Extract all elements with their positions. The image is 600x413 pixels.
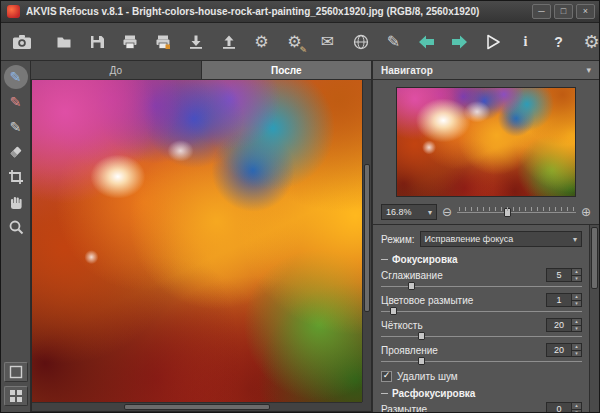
undo-button[interactable] — [413, 28, 440, 56]
settings-scrollbar[interactable] — [589, 225, 599, 412]
preferences-button[interactable]: ⚙ — [578, 28, 600, 56]
undo-arrow-icon — [418, 34, 435, 50]
pencil-overlay-icon: ✎ — [299, 46, 307, 55]
zoom-in-button[interactable]: ⊕ — [581, 206, 591, 218]
mode-label: Режим: — [381, 234, 415, 245]
navigator-collapse-icon[interactable]: ▾ — [586, 65, 591, 75]
tab-before[interactable]: До — [31, 61, 202, 79]
image-canvas — [31, 80, 372, 412]
run-button[interactable] — [479, 28, 506, 56]
printer-poster-icon — [155, 34, 171, 50]
navigator-header[interactable]: Навигатор ▾ — [373, 61, 599, 80]
param-label: Сглаживание — [381, 270, 546, 281]
param-slider[interactable] — [381, 357, 582, 366]
zoom-value-dropdown[interactable]: 16.8% ▾ — [381, 204, 437, 220]
batch-processing-button[interactable]: ⚙ — [248, 28, 275, 56]
spin-down-icon[interactable]: ▾ — [572, 410, 581, 413]
canvas-horizontal-scrollbar[interactable] — [32, 402, 362, 411]
param-slider[interactable] — [381, 282, 582, 291]
section-collapse-icon — [381, 259, 388, 260]
magnifier-icon — [8, 219, 24, 235]
defocus-brush-icon: ✎ — [10, 95, 22, 109]
settings-panel: Режим: Исправление фокуса ▾ Фокусировка … — [373, 224, 599, 412]
open-folder-icon — [56, 34, 72, 50]
spin-down-icon[interactable]: ▾ — [572, 301, 581, 307]
tool-zoom[interactable] — [4, 215, 28, 239]
param-spinbox[interactable]: 0 ▴▾ — [546, 402, 582, 412]
param-spinbox[interactable]: 20 ▴▾ — [546, 318, 582, 332]
print-poster-button[interactable] — [149, 28, 176, 56]
param-label: Размытие — [381, 404, 546, 413]
annotate-pencil-button[interactable]: ✎ — [380, 28, 407, 56]
help-button[interactable]: ? — [545, 28, 572, 56]
spin-down-icon[interactable]: ▾ — [572, 276, 581, 282]
tool-erase-brush[interactable]: ✎ — [4, 115, 28, 139]
param-slider[interactable] — [381, 332, 582, 341]
grid-icon — [8, 388, 24, 404]
import-presets-button[interactable] — [182, 28, 209, 56]
param-spinbox[interactable]: 5 ▴▾ — [546, 268, 582, 282]
param-smoothing: Сглаживание 5 ▴▾ — [381, 268, 582, 291]
preferences-gear-icon: ⚙ — [583, 33, 599, 51]
remove-noise-checkbox[interactable]: ✓ — [381, 371, 392, 382]
erase-brush-icon: ✎ — [10, 120, 22, 134]
smart-filter-button[interactable]: ⚙ ✎ — [281, 28, 308, 56]
camera-icon — [12, 34, 32, 50]
tool-hand[interactable] — [4, 190, 28, 214]
param-label: Чёткость — [381, 320, 546, 331]
redo-button[interactable] — [446, 28, 473, 56]
slider-thumb[interactable] — [418, 332, 425, 340]
canvas-vertical-scrollbar[interactable] — [362, 80, 371, 402]
minimize-button[interactable]: ─ — [532, 4, 551, 19]
param-spinbox[interactable]: 20 ▴▾ — [546, 343, 582, 357]
spin-down-icon[interactable]: ▾ — [572, 351, 581, 357]
save-image-button[interactable] — [83, 28, 110, 56]
focus-section-title: Фокусировка — [392, 254, 458, 265]
settings-scroll-thumb[interactable] — [591, 227, 598, 289]
zoom-slider[interactable] — [457, 206, 576, 218]
tool-defocus-brush[interactable]: ✎ — [4, 90, 28, 114]
slider-thumb[interactable] — [390, 307, 397, 315]
export-presets-button[interactable] — [215, 28, 242, 56]
param-sharpness: Чёткость 20 ▴▾ — [381, 318, 582, 341]
horizontal-scroll-thumb[interactable] — [124, 404, 269, 410]
navigator-thumbnail[interactable] — [396, 87, 576, 197]
info-button[interactable]: i — [512, 28, 539, 56]
zoom-out-button[interactable]: ⊖ — [442, 206, 452, 218]
tool-focus-brush[interactable]: ✎ — [4, 65, 28, 89]
zoom-controls: 16.8% ▾ ⊖ ⊕ — [373, 200, 599, 224]
save-floppy-icon — [89, 34, 105, 50]
param-label: Цветовое размытие — [381, 295, 546, 306]
slider-thumb[interactable] — [408, 282, 415, 290]
image-view: До После — [31, 61, 373, 412]
scrollbar-corner — [362, 402, 371, 411]
maximize-button[interactable]: □ — [554, 4, 573, 19]
publish-web-button[interactable] — [347, 28, 374, 56]
quick-access-button[interactable] — [4, 386, 28, 406]
help-icon: ? — [554, 34, 563, 50]
share-mail-button[interactable]: ✉ — [314, 28, 341, 56]
redo-arrow-icon — [451, 34, 468, 50]
param-slider[interactable] — [381, 307, 582, 316]
import-arrow-icon — [188, 34, 204, 50]
focus-section-header[interactable]: Фокусировка — [381, 252, 582, 267]
titlebar[interactable]: AKVIS Refocus v.8.1 - Bright-colors-hous… — [1, 1, 599, 23]
tab-after[interactable]: После — [202, 61, 373, 79]
tool-eraser[interactable] — [4, 140, 28, 164]
play-icon — [485, 34, 501, 50]
close-button[interactable]: × — [576, 4, 595, 19]
mode-dropdown[interactable]: Исправление фокуса ▾ — [420, 231, 582, 247]
zoom-slider-thumb[interactable] — [504, 208, 511, 217]
defocus-section-header[interactable]: Расфокусировка — [381, 386, 582, 401]
spin-down-icon[interactable]: ▾ — [572, 326, 581, 332]
preview-window-button[interactable] — [4, 362, 28, 382]
slider-thumb[interactable] — [418, 357, 425, 365]
vertical-scroll-thumb[interactable] — [364, 164, 370, 312]
snapshot-camera-button[interactable] — [8, 28, 35, 56]
open-image-button[interactable] — [50, 28, 77, 56]
tool-crop[interactable] — [4, 165, 28, 189]
print-image-button[interactable] — [116, 28, 143, 56]
param-spinbox[interactable]: 1 ▴▾ — [546, 293, 582, 307]
tool-strip: ✎ ✎ ✎ — [1, 61, 31, 412]
image-preview[interactable] — [32, 80, 362, 402]
